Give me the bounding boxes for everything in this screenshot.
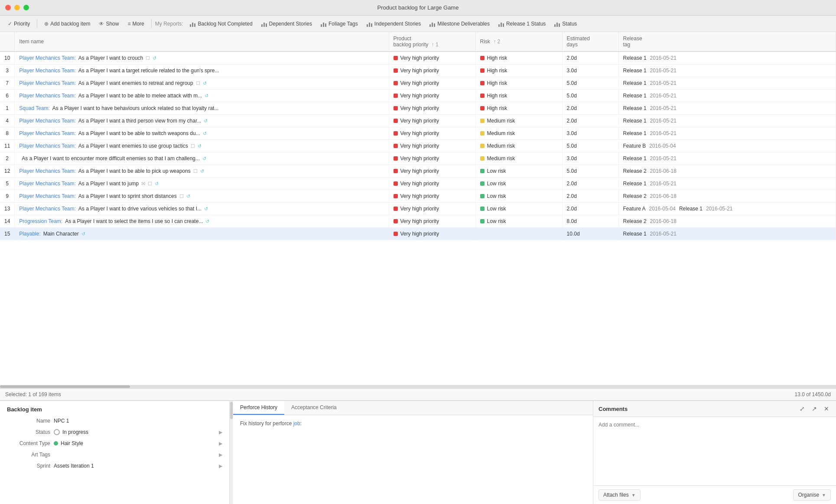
row-risk: High risk: [475, 65, 562, 77]
table-row[interactable]: 8 Player Mechanics Team: As a Player I w…: [0, 127, 836, 140]
show-button[interactable]: 👁 Show: [95, 19, 122, 29]
refresh-icon: ↺: [186, 194, 190, 199]
status-bar: Selected: 1 of 169 items 13.0 of 1450.0d: [0, 388, 836, 400]
field-row-status[interactable]: Status In progress ▶: [7, 429, 222, 435]
col-header-est[interactable]: Estimateddays: [562, 32, 618, 52]
organise-button[interactable]: Organise ▼: [793, 489, 831, 501]
tab-acceptance-criteria[interactable]: Acceptance Criteria: [284, 401, 344, 415]
comment-input[interactable]: [599, 422, 831, 428]
col-header-risk[interactable]: Risk ↑ 2: [475, 32, 562, 52]
perforce-link[interactable]: job: [293, 420, 300, 426]
report-milestone-deliverables[interactable]: Milestone Deliverables: [426, 19, 493, 29]
row-number: 10: [0, 52, 15, 65]
risk-label: Medium risk: [487, 118, 515, 124]
field-arrow-art_tags[interactable]: ▶: [219, 452, 222, 458]
priority-label: Very high priority: [400, 68, 439, 74]
row-priority: Very high priority: [389, 65, 475, 77]
field-row-content_type[interactable]: Content Type Hair Style ▶: [7, 440, 222, 446]
comments-content[interactable]: [593, 417, 836, 485]
report-independent-stories[interactable]: Independent Stories: [363, 19, 424, 29]
table-row[interactable]: 12 Player Mechanics Team: As a Player I …: [0, 165, 836, 178]
row-item-name[interactable]: Player Mechanics Team: As a Player I wan…: [15, 203, 389, 215]
row-item-name[interactable]: Player Mechanics Team: As a Player I wan…: [15, 90, 389, 102]
row-priority: Very high priority: [389, 228, 475, 240]
row-item-name[interactable]: Playable: Main Character ↺: [15, 228, 389, 240]
refresh-icon: ↺: [205, 219, 209, 224]
table-row[interactable]: 9 Player Mechanics Team: As a Player I w…: [0, 190, 836, 203]
row-item-name[interactable]: Player Mechanics Team: As a Player I wan…: [15, 65, 389, 77]
row-item-name[interactable]: Player Mechanics Team: As a Player I wan…: [15, 127, 389, 140]
tab-perforce-history[interactable]: Perforce History: [233, 401, 284, 415]
minimize-button[interactable]: [14, 5, 20, 10]
attach-files-button[interactable]: Attach files ▼: [599, 489, 641, 501]
row-item-name[interactable]: Player Mechanics Team: As a Player I wan…: [15, 140, 389, 152]
risk-label: Low risk: [487, 181, 506, 187]
chart-icon-3: [321, 21, 326, 27]
external-link-icon[interactable]: ↗: [810, 404, 819, 413]
table-row[interactable]: 15 Playable: Main Character ↺ Very high …: [0, 228, 836, 240]
row-item-name[interactable]: Player Mechanics Team: As a Player I wan…: [15, 52, 389, 65]
table-row[interactable]: 7 Player Mechanics Team: As a Player I w…: [0, 77, 836, 90]
field-row-art_tags[interactable]: Art Tags ▶: [7, 452, 222, 458]
report-status[interactable]: Status: [551, 19, 580, 29]
priority-filter[interactable]: ✓ Priority: [4, 19, 33, 29]
row-item-name[interactable]: Player Mechanics Team: As a Player I wan…: [15, 77, 389, 90]
team-label: Player Mechanics Team:: [19, 206, 76, 212]
add-backlog-item-button[interactable]: ⊕ Add backlog item: [41, 19, 94, 29]
close-button[interactable]: [5, 5, 11, 10]
table-row[interactable]: 5 Player Mechanics Team: As a Player I w…: [0, 178, 836, 190]
team-label: Player Mechanics Team:: [19, 118, 76, 124]
row-item-name[interactable]: Squad Team: As a Player I want to have b…: [15, 102, 389, 115]
item-description: As a Player I want to be able to pick up…: [78, 168, 191, 174]
fields-container: Name NPC 1 Status In progress ▶ Content …: [7, 418, 222, 469]
field-arrow-status[interactable]: ▶: [219, 430, 222, 435]
table-row[interactable]: 11 Player Mechanics Team: As a Player I …: [0, 140, 836, 152]
table-row[interactable]: 14 Progression Team: As a Player I want …: [0, 215, 836, 228]
team-label: Player Mechanics Team:: [19, 93, 76, 99]
report-foliage-tags[interactable]: Foliage Tags: [317, 19, 361, 29]
item-description: As a Player I want to crouch: [78, 55, 143, 61]
table-row[interactable]: 13 Player Mechanics Team: As a Player I …: [0, 203, 836, 215]
row-item-name[interactable]: Player Mechanics Team: As a Player I wan…: [15, 190, 389, 203]
more-button[interactable]: ≡ More: [124, 19, 147, 29]
scroll-indicator[interactable]: [0, 385, 836, 388]
field-row-name[interactable]: Name NPC 1: [7, 418, 222, 424]
priority-dot: [394, 156, 398, 161]
risk-dot: [480, 169, 485, 173]
table-row[interactable]: 6 Player Mechanics Team: As a Player I w…: [0, 90, 836, 102]
priority-dot: [394, 169, 398, 173]
report-dependent-stories[interactable]: Dependent Stories: [258, 19, 316, 29]
table-row[interactable]: 10 Player Mechanics Team: As a Player I …: [0, 52, 836, 65]
report-release-1-status[interactable]: Release 1 Status: [495, 19, 549, 29]
field-row-sprint[interactable]: Sprint Assets Iteration 1 ▶: [7, 463, 222, 469]
row-item-name[interactable]: Progression Team: As a Player I want to …: [15, 215, 389, 228]
table-area[interactable]: Item name Productbacklog priority ↑ 1 Ri…: [0, 32, 836, 385]
field-label-status: Status: [7, 429, 50, 435]
risk-label: Low risk: [487, 206, 506, 212]
eye-icon: 👁: [99, 21, 104, 27]
row-item-name[interactable]: Player Mechanics Team: As a Player I wan…: [15, 115, 389, 127]
field-arrow-sprint[interactable]: ▶: [219, 463, 222, 469]
row-item-name[interactable]: As a Player I want to encounter more dif…: [15, 152, 389, 165]
report-backlog-not-completed[interactable]: Backlog Not Completed: [186, 19, 256, 29]
scroll-thumb[interactable]: [0, 385, 130, 388]
col-header-priority[interactable]: Productbacklog priority ↑ 1: [389, 32, 475, 52]
field-arrow-content_type[interactable]: ▶: [219, 441, 222, 446]
backlog-item-panel: Backlog item Name NPC 1 Status In progre…: [0, 401, 230, 504]
expand-icon[interactable]: ⤢: [798, 404, 807, 413]
table-row[interactable]: 2 As a Player I want to encounter more d…: [0, 152, 836, 165]
col-header-release[interactable]: Releasetag: [618, 32, 836, 52]
col-header-name[interactable]: Item name: [15, 32, 389, 52]
table-row[interactable]: 4 Player Mechanics Team: As a Player I w…: [0, 115, 836, 127]
maximize-button[interactable]: [23, 5, 29, 10]
row-item-name[interactable]: Player Mechanics Team: As a Player I wan…: [15, 178, 389, 190]
col-header-num: [0, 32, 15, 52]
refresh-icon: ↺: [155, 181, 159, 187]
row-item-name[interactable]: Player Mechanics Team: As a Player I wan…: [15, 165, 389, 178]
panel-scrollbar-thumb[interactable]: [230, 402, 233, 419]
close-icon[interactable]: ✕: [822, 404, 831, 413]
row-risk: Low risk: [475, 190, 562, 203]
table-row[interactable]: 1 Squad Team: As a Player I want to have…: [0, 102, 836, 115]
table-row[interactable]: 3 Player Mechanics Team: As a Player I w…: [0, 65, 836, 77]
panel-scrollbar[interactable]: [230, 401, 233, 504]
